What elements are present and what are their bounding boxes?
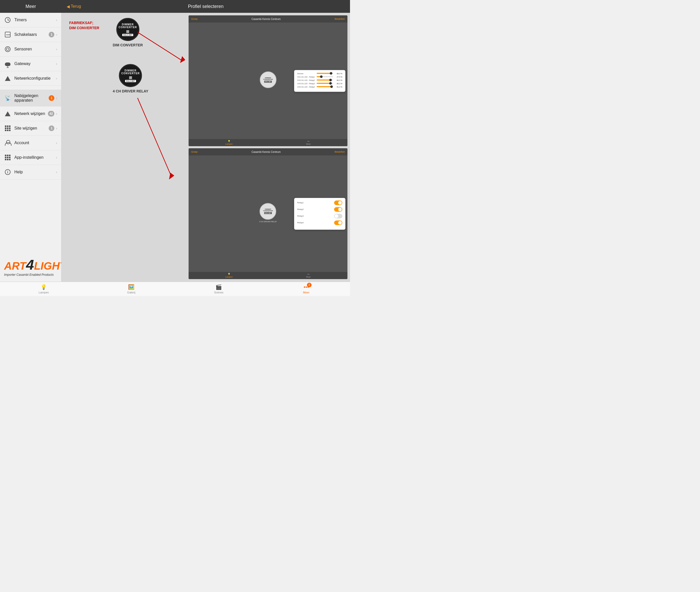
chevron-left-icon: ◀	[66, 4, 70, 9]
sidebar-item-nabijgelegen[interactable]: 📡 Nabijgelegen apparaten 1 ›	[0, 90, 61, 106]
right-panel: FABRIEKSAF; DIM CONVERTER DIMMERCONVERTE…	[61, 13, 350, 282]
sidebar-item-account[interactable]: Account ›	[0, 136, 61, 150]
chevron-icon: ›	[56, 76, 57, 81]
sidebar-item-timers[interactable]: Timers ›	[0, 13, 61, 28]
chevron-icon: ›	[56, 33, 57, 37]
sidebar-item-netwerkconfiguratie[interactable]: Netwerkconfiguratie ›	[0, 71, 61, 86]
screen2-device-icon: DIMMERCONVERTER DALC.NET	[260, 203, 276, 220]
toggle-relay1: Relay1	[297, 200, 342, 205]
screen1-footer: 💡 Lampen ••• Meer	[189, 139, 347, 146]
screen1-body: DIMMERCONVERTER DALC.NET Dimmer	[189, 22, 347, 139]
sidebar-item-site-wijzigen[interactable]: Site wijzigen 1 ›	[0, 121, 61, 136]
svg-line-0	[138, 32, 182, 61]
footer-lampen[interactable]: 💡 Lampen	[225, 140, 233, 145]
tab-meer[interactable]: ••• 1 Meer	[263, 284, 350, 294]
help-icon: i	[4, 168, 11, 176]
sidebar-item-app-instellingen[interactable]: App-instellingen ›	[0, 150, 61, 165]
sidebar-item-gateway[interactable]: Gateway ›	[0, 57, 61, 71]
screen2-ch-label: 4 CH DRIVER RELAY	[259, 221, 277, 223]
meer-badge: 1	[307, 283, 312, 287]
clock-icon	[4, 16, 11, 23]
screen1-device-icon: DIMMERCONVERTER DALC.NET	[260, 71, 276, 88]
top-header: Meer ◀ Terug Profiel selecteren	[0, 0, 350, 13]
driver-relay-icon: DIMMERCONVERTER ▦ DALC.NET	[119, 64, 142, 87]
svg-marker-3	[169, 172, 174, 180]
chevron-icon: ›	[56, 62, 57, 66]
driver-relay-label: 4 CH DRIVER RELAY	[113, 89, 148, 93]
tab-galerij[interactable]: 🖼️ Galerij	[88, 284, 175, 294]
logo: ART4LIGHT	[4, 258, 57, 272]
screen2-footer: 💡 Lampen ••• Meer	[189, 272, 347, 279]
svg-line-2	[138, 98, 172, 177]
back-button[interactable]: ◀ Terug	[66, 4, 81, 9]
chevron-icon: ›	[56, 170, 57, 174]
toggle-relay2: Relay2	[297, 207, 342, 212]
footer-meer[interactable]: ••• Meer	[306, 140, 311, 145]
bottom-tabbar: 💡 Lampen 🖼️ Galerij 🎬 Scènes ••• 1 Meer	[0, 282, 350, 296]
chevron-icon: ›	[56, 18, 57, 22]
toggle-relay4: Relay4	[297, 220, 342, 225]
sidebar: Timers › Schakelaars 1 › Sensoren › Gate…	[0, 13, 61, 282]
netwerk-badge: 42	[48, 111, 54, 116]
header-center: ◀ Terug Profiel selecteren	[61, 4, 350, 9]
lamp-icon: 💡	[41, 284, 47, 290]
toggle-panel: Relay1 Relay2	[294, 198, 345, 230]
driver-relay-group: DIMMERCONVERTER ▦ DALC.NET 4 CH DRIVER R…	[113, 64, 148, 93]
toggle-relay4-switch[interactable]	[334, 220, 342, 225]
screen2-body: DIMMERCONVERTER DALC.NET 4 CH DRIVER REL…	[189, 155, 347, 272]
page-title: Profiel selecteren	[188, 4, 223, 9]
tab-lampen[interactable]: 💡 Lampen	[0, 284, 88, 294]
slider-ch2: CH2 0/1-10V - Relay2 84.3 %	[297, 79, 342, 81]
footer2-meer[interactable]: ••• Meer	[306, 273, 311, 278]
chevron-icon: ›	[56, 112, 57, 116]
chevron-icon: ›	[56, 155, 57, 159]
wifi-icon: 📡	[4, 95, 11, 102]
chevron-icon: ›	[56, 96, 57, 100]
sidebar-item-netwerk-wijzigen[interactable]: Netwerk wijzigen 42 ›	[0, 106, 61, 121]
slider-dimmer: Dimmer 88.3 %	[297, 72, 342, 74]
site-wijzigen-icon	[4, 125, 11, 132]
account-icon	[4, 139, 11, 146]
gateway-icon	[4, 60, 11, 67]
sidebar-divider	[0, 86, 61, 90]
main-content: Timers › Schakelaars 1 › Sensoren › Gate…	[0, 13, 350, 282]
screen1-header: Groep Casambi Kennis Centrum Bewerken	[189, 15, 347, 22]
screen2-header: Groep Casambi Kennis Centrum Bewerken	[189, 148, 347, 155]
fab-label: FABRIEKSAF; DIM CONVERTER	[69, 20, 99, 31]
profile-screens: Groep Casambi Kennis Centrum Bewerken DI…	[186, 13, 350, 282]
sidebar-item-schakelaars[interactable]: Schakelaars 1 ›	[0, 28, 61, 42]
toggle-relay1-switch[interactable]	[334, 200, 342, 205]
switch-icon	[4, 31, 11, 38]
slider-ch4: CH4 0/1-10V - Relay4 91.4 %	[297, 86, 342, 88]
dim-converter-label: DIM CONVERTER	[113, 43, 143, 47]
schakelaars-badge: 1	[49, 32, 54, 37]
toggle-relay2-switch[interactable]	[334, 207, 342, 212]
chevron-icon: ›	[56, 141, 57, 145]
dim-converter-group: DIMMERCONVERTER ▦ DALC.NET DIM CONVERTER	[113, 18, 143, 47]
slider-ch1: CH1 0/1-10V - Relay1 27.5 %	[297, 76, 342, 78]
chevron-icon: ›	[56, 126, 57, 130]
toggle-relay3-switch[interactable]	[334, 214, 342, 218]
annotation-area: FABRIEKSAF; DIM CONVERTER	[69, 20, 99, 34]
chevron-icon: ›	[56, 47, 57, 51]
footer2-lampen[interactable]: 💡 Lampen	[225, 273, 233, 278]
tab-scenes[interactable]: 🎬 Scènes	[175, 284, 263, 294]
network-config-icon	[4, 75, 11, 82]
app-settings-icon	[4, 154, 11, 161]
dim-converter-icon: DIMMERCONVERTER ▦ DALC.NET	[116, 18, 139, 41]
svg-marker-1	[180, 56, 185, 63]
screen2: Groep Casambi Kennis Centrum Bewerken DI…	[189, 148, 347, 279]
netwerk-wijzigen-icon	[4, 110, 11, 117]
site-badge: 1	[49, 126, 54, 131]
gallery-icon: 🖼️	[128, 284, 135, 290]
sensor-icon	[4, 46, 11, 53]
sidebar-item-help[interactable]: i Help ›	[0, 165, 61, 180]
logo-subtext: Importer Casambi Enabled Products	[4, 273, 57, 277]
sidebar-item-sensoren[interactable]: Sensoren ›	[0, 42, 61, 57]
scenes-icon: 🎬	[216, 284, 222, 290]
profile-content: FABRIEKSAF; DIM CONVERTER DIMMERCONVERTE…	[61, 13, 350, 282]
nabijgelegen-badge: 1	[49, 95, 54, 101]
logo-area: ART4LIGHT Importer Casambi Enabled Produ…	[0, 252, 61, 282]
slider-panel: Dimmer 88.3 % CH1 0/1-10V - Relay1	[294, 70, 345, 92]
toggle-relay3: Relay3	[297, 214, 342, 218]
